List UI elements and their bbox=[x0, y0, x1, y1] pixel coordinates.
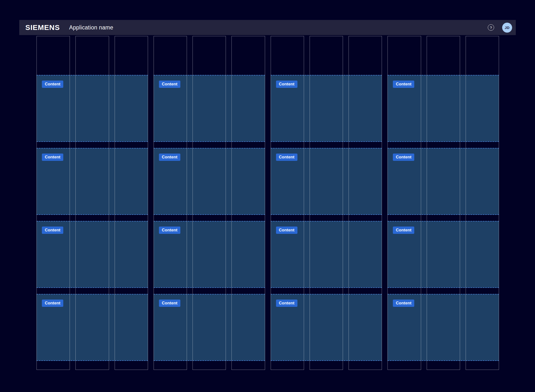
grid-column bbox=[115, 36, 148, 370]
grid-column-group: ContentContentContentContent bbox=[154, 36, 265, 370]
grid-column bbox=[154, 36, 187, 370]
avatar-initials: JD bbox=[505, 26, 510, 30]
question-mark-glyph: ? bbox=[490, 26, 492, 30]
grid-column bbox=[466, 36, 499, 370]
siemens-logo: SIEMENS bbox=[25, 23, 60, 32]
grid-column bbox=[310, 36, 343, 370]
grid-column bbox=[427, 36, 460, 370]
grid-column bbox=[75, 36, 109, 370]
layout-grid: ContentContentContentContentContentConte… bbox=[37, 36, 499, 370]
grid-column bbox=[231, 36, 265, 370]
user-avatar[interactable]: JD bbox=[502, 23, 512, 33]
grid-column bbox=[271, 36, 304, 370]
grid-column bbox=[349, 36, 382, 370]
grid-column-group: ContentContentContentContent bbox=[37, 36, 148, 370]
grid-column bbox=[387, 36, 421, 370]
grid-column bbox=[193, 36, 226, 370]
grid-column bbox=[37, 36, 70, 370]
application-name: Application name bbox=[69, 24, 113, 31]
grid-column-group: ContentContentContentContent bbox=[387, 36, 499, 370]
grid-column-group: ContentContentContentContent bbox=[271, 36, 382, 370]
help-icon[interactable]: ? bbox=[488, 24, 494, 31]
app-header: SIEMENS Application name ? JD bbox=[19, 20, 516, 35]
page-background: { "header": { "logo": "SIEMENS", "app_na… bbox=[0, 0, 535, 392]
